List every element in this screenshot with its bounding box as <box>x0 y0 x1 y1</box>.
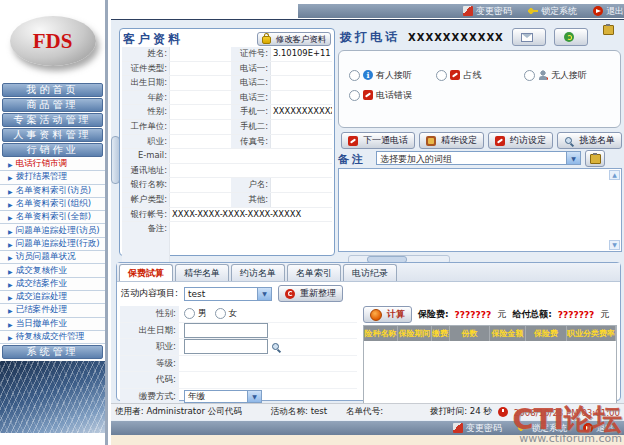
refresh-button[interactable]: 重新整理 <box>278 285 343 302</box>
notes-textarea[interactable]: ▲ ▼ <box>338 168 622 252</box>
radio-label: 电话错误 <box>376 89 412 102</box>
tab[interactable]: 保费試算 <box>119 264 173 281</box>
call-result-option[interactable]: 无人接听 <box>524 65 611 85</box>
sidebar-item[interactable]: 拨打结果管理 <box>0 171 105 184</box>
sidebar-item[interactable]: 电话行销市调 <box>0 158 105 171</box>
female-radio[interactable] <box>215 308 226 319</box>
occupation-input[interactable] <box>184 339 268 354</box>
radio-circle[interactable] <box>349 90 360 101</box>
field-label: 银行帐号: <box>122 208 170 222</box>
phrase-add-button[interactable] <box>585 150 605 167</box>
sidebar-item[interactable]: 名单资料索引(访员) <box>0 185 105 198</box>
pay-method-label: 缴费方式: <box>120 389 179 405</box>
chevron-down-icon[interactable] <box>257 288 271 300</box>
call-result-option[interactable]: 有人接听 <box>349 65 436 85</box>
sidebar-item-label: 待复核成交件管理 <box>16 331 85 343</box>
top-bar-link[interactable]: 变更密码 <box>463 5 512 18</box>
sidebar-item[interactable]: 人事资料管理 <box>2 128 103 142</box>
sidebar-item[interactable]: 当日撤单作业 <box>0 318 105 331</box>
male-radio[interactable] <box>184 308 195 319</box>
clipboard-icon[interactable] <box>603 25 614 35</box>
dial-action-button[interactable]: 约访设定 <box>488 132 553 149</box>
scroll-up-icon[interactable]: ▲ <box>609 170 620 180</box>
edit-customer-button[interactable]: 修改客户资料 <box>257 32 331 46</box>
redial-button[interactable] <box>554 28 588 46</box>
sidebar-item-label: 访员问题单状况 <box>16 251 76 263</box>
scroll-down-icon[interactable]: ▼ <box>609 240 620 250</box>
info-icon <box>363 70 373 80</box>
dial-action-button[interactable]: 挑选名单 <box>557 132 622 149</box>
chevron-down-icon[interactable] <box>566 152 580 164</box>
dial-action-button[interactable]: 精华设定 <box>419 132 484 149</box>
activity-select[interactable]: test <box>184 287 272 301</box>
sidebar-item[interactable]: 名单资料索引(组织) <box>0 198 105 211</box>
tab[interactable]: 精华名单 <box>175 264 229 281</box>
sidebar-item[interactable]: 我的首页 <box>2 83 103 97</box>
sidebar-item[interactable]: 商品管理 <box>2 98 103 112</box>
sidebar-item[interactable]: 成交追踪处理 <box>0 291 105 304</box>
search-icon[interactable] <box>271 342 281 352</box>
bullet-icon <box>8 252 16 262</box>
sidebar-item[interactable]: 行销作业 <box>2 143 103 157</box>
dial-action-button[interactable]: 下一通电话 <box>341 132 415 149</box>
top-bar-link-label: 变更密码 <box>476 5 512 18</box>
envelope-icon <box>521 33 533 42</box>
tab[interactable]: 名单索引 <box>287 264 341 281</box>
bottom-bar-link[interactable]: 锁定系统 <box>518 422 567 435</box>
field-value <box>170 135 231 149</box>
top-bar-link[interactable]: 退出 <box>593 5 624 18</box>
customer-form-row: 证件类型: 电话一: <box>122 62 332 77</box>
chevron-down-icon[interactable] <box>247 391 261 402</box>
table-header-cell: 份数 <box>450 326 490 341</box>
sidebar-item[interactable]: 访员问题单状况 <box>0 251 105 264</box>
field-label: E-mail: <box>122 149 170 163</box>
field-value <box>170 193 231 207</box>
bottom-bar-link[interactable]: 退出 <box>583 422 614 435</box>
field-label: 电话三: <box>231 91 271 105</box>
premium-form: 性别: 男 女 出生日期: 职业: <box>120 306 357 408</box>
bottom-bar-link-label: 锁定系统 <box>531 422 567 435</box>
field-label: 姓名: <box>122 47 170 61</box>
lock-icon <box>262 36 271 44</box>
radio-circle[interactable] <box>524 70 535 81</box>
message-button[interactable] <box>512 28 546 46</box>
radio-circle[interactable] <box>349 70 360 81</box>
bullet-icon <box>8 319 16 329</box>
radio-circle[interactable] <box>436 70 447 81</box>
field-value <box>271 193 332 207</box>
sidebar-item[interactable]: 已结案件处理 <box>0 304 105 317</box>
call-result-option[interactable]: 占线 <box>436 65 523 85</box>
bottom-bar-link[interactable]: 变更密码 <box>453 422 502 435</box>
sidebar-item[interactable]: 问题单追踪处理(访员) <box>0 224 105 237</box>
bottom-bar-link-label: 退出 <box>596 422 614 435</box>
tab[interactable]: 电访纪录 <box>343 264 397 281</box>
tab[interactable]: 约访名单 <box>231 264 285 281</box>
customer-form-row: 姓名: 证件号: 3.10109E+11 <box>122 47 332 62</box>
sidebar-item[interactable]: 专案活动管理 <box>2 113 103 127</box>
customer-form-row: 出生日期: 电话二: <box>122 76 332 91</box>
sidebar-item[interactable]: 系统管理 <box>2 345 103 359</box>
bullet-icon <box>8 172 16 182</box>
pay-method-select[interactable]: 年缴 <box>184 390 262 403</box>
field-label: 手机二: <box>231 120 271 134</box>
dial-action-label: 挑选名单 <box>579 134 615 147</box>
sidebar-item[interactable]: 待复核成交件管理 <box>0 331 105 344</box>
dial-time-value: 24 秒 <box>470 406 492 416</box>
birth-input[interactable] <box>184 323 268 338</box>
tab-label: 保费試算 <box>128 268 164 278</box>
sidebar-item[interactable]: 成交结案作业 <box>0 278 105 291</box>
sidebar-item-label: 成交复核作业 <box>16 265 68 277</box>
sidebar-item[interactable]: 成交复核作业 <box>0 264 105 277</box>
top-bar-link[interactable]: 锁定系统 <box>528 5 577 18</box>
phrase-select[interactable]: 选择要加入的词组 <box>376 151 581 165</box>
call-result-option[interactable]: 电话错误 <box>349 85 436 105</box>
calculate-button[interactable]: 计算 <box>363 306 412 323</box>
premium-toolbar: 活动内容项目: test 重新整理 <box>117 282 620 305</box>
field-label: 通讯地址: <box>122 164 170 178</box>
logo: FDS <box>0 0 105 82</box>
list-code-label: 名单代号: <box>346 406 430 418</box>
sidebar-item[interactable]: 名单资料索引(全部) <box>0 211 105 224</box>
sidebar-item[interactable]: 问题单追踪处理(行政) <box>0 238 105 251</box>
gender-label: 性别: <box>120 306 179 322</box>
sidebar-item-label: 已结案件处理 <box>16 304 68 316</box>
